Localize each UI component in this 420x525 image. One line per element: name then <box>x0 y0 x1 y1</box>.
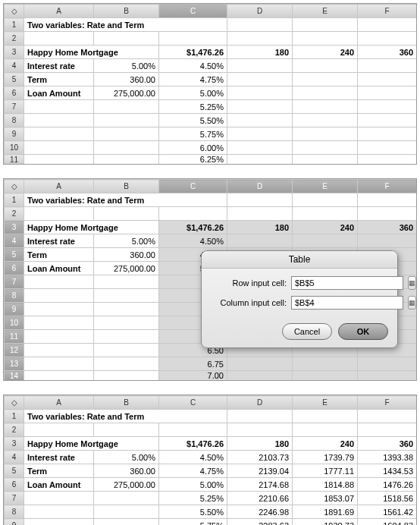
cell[interactable] <box>358 141 417 155</box>
cell[interactable]: 1604.83 <box>358 519 417 526</box>
cell[interactable] <box>24 492 94 505</box>
title-cell[interactable]: Two variables: Rate and Term <box>24 18 227 32</box>
cell[interactable] <box>94 141 159 155</box>
cell[interactable] <box>94 114 159 127</box>
row-header[interactable]: 8 <box>5 505 24 519</box>
row-header[interactable]: 2 <box>5 423 24 437</box>
col-header-B[interactable]: B <box>94 180 159 193</box>
cell[interactable] <box>293 155 358 165</box>
cell[interactable]: 5.00% <box>159 478 227 492</box>
cell[interactable]: 5.50% <box>159 505 227 519</box>
cell[interactable]: Interest rate <box>24 59 94 73</box>
cell[interactable] <box>24 505 94 519</box>
row-header[interactable]: 7 <box>5 100 24 114</box>
row-input-cell-field[interactable] <box>291 276 403 290</box>
cell[interactable] <box>358 234 417 248</box>
cell[interactable]: 2283.63 <box>227 519 293 526</box>
cell[interactable] <box>94 155 159 165</box>
col-header-D[interactable]: D <box>227 396 293 410</box>
cell[interactable] <box>94 371 159 381</box>
cell[interactable]: $1,476.26 <box>159 46 227 59</box>
cell[interactable]: 2246.98 <box>227 505 293 519</box>
cell[interactable]: 6.00% <box>159 141 227 155</box>
cell[interactable]: 1739.79 <box>293 451 358 464</box>
cell[interactable]: 275,000.00 <box>94 478 159 492</box>
title-cell[interactable]: Two variables: Rate and Term <box>24 193 227 207</box>
cell[interactable]: 5.75% <box>159 519 227 526</box>
cell[interactable]: 1930.73 <box>293 519 358 526</box>
col-header-B[interactable]: B <box>94 396 159 410</box>
row-header[interactable]: 6 <box>5 86 24 100</box>
row-header[interactable]: 3 <box>5 46 24 59</box>
cell[interactable] <box>94 505 159 519</box>
cell[interactable] <box>358 86 417 100</box>
cell[interactable]: 1853.07 <box>293 492 358 505</box>
row-header[interactable]: 3 <box>5 437 24 451</box>
cell[interactable] <box>24 344 94 357</box>
column-ref-picker-icon[interactable]: ▦ <box>408 296 416 310</box>
cell[interactable]: 7.00 <box>159 371 227 381</box>
cell[interactable] <box>24 141 94 155</box>
col-header-E[interactable]: E <box>293 5 358 18</box>
cell[interactable] <box>94 303 159 316</box>
row-header[interactable]: 1 <box>5 193 24 207</box>
cell[interactable] <box>24 155 94 165</box>
cell[interactable] <box>358 114 417 127</box>
cell[interactable] <box>227 73 293 86</box>
cell[interactable] <box>227 357 293 371</box>
cell[interactable] <box>227 371 293 381</box>
cell[interactable] <box>227 234 293 248</box>
cell[interactable] <box>24 303 94 316</box>
column-input-cell-field[interactable] <box>291 296 403 310</box>
cell[interactable]: 360 <box>358 221 417 234</box>
cell[interactable]: 5.75% <box>159 127 227 141</box>
cell[interactable] <box>293 59 358 73</box>
col-header-B[interactable]: B <box>94 5 159 18</box>
cell[interactable] <box>94 127 159 141</box>
col-header-E[interactable]: E <box>293 396 358 410</box>
cell[interactable]: 2139.04 <box>227 464 293 478</box>
cell[interactable]: 4.50% <box>159 451 227 464</box>
row-header[interactable]: 6 <box>5 478 24 492</box>
cell[interactable] <box>358 357 417 371</box>
row-header[interactable]: 11 <box>5 155 24 165</box>
cell[interactable] <box>24 127 94 141</box>
row-header[interactable]: 11 <box>5 330 24 344</box>
grid[interactable]: ◇ A B C D E F 1 Two variables: Rate and … <box>4 395 417 525</box>
cell[interactable]: 360 <box>358 46 417 59</box>
cell[interactable]: 180 <box>227 46 293 59</box>
row-header[interactable]: 10 <box>5 316 24 330</box>
cell[interactable] <box>293 100 358 114</box>
cell[interactable] <box>94 316 159 330</box>
cell[interactable]: 2103.73 <box>227 451 293 464</box>
cell[interactable]: 2210.66 <box>227 492 293 505</box>
cell[interactable]: 6.25% <box>159 155 227 165</box>
cell[interactable]: 1434.53 <box>358 464 417 478</box>
cell[interactable] <box>227 141 293 155</box>
row-header[interactable]: 6 <box>5 262 24 275</box>
cell[interactable]: 240 <box>293 437 358 451</box>
cell[interactable] <box>24 275 94 289</box>
grid[interactable]: ◇ A B C D E F 1 Two variables: Rate and … <box>4 4 417 164</box>
cell[interactable]: 5.25% <box>159 492 227 505</box>
col-header-E[interactable]: E <box>293 180 358 193</box>
cell[interactable] <box>24 371 94 381</box>
cell[interactable] <box>358 155 417 165</box>
cell[interactable] <box>293 114 358 127</box>
col-header-C[interactable]: C <box>159 396 227 410</box>
cell[interactable]: 180 <box>227 221 293 234</box>
cell[interactable]: Term <box>24 248 94 262</box>
cell[interactable]: Loan Amount <box>24 262 94 275</box>
cell[interactable] <box>358 59 417 73</box>
cell[interactable]: 1393.38 <box>358 451 417 464</box>
cell[interactable]: Interest rate <box>24 451 94 464</box>
cell[interactable]: 6.75 <box>159 357 227 371</box>
row-header[interactable]: 4 <box>5 451 24 464</box>
row-header[interactable]: 9 <box>5 127 24 141</box>
cell[interactable] <box>227 155 293 165</box>
cell[interactable]: 5.00% <box>94 451 159 464</box>
cell[interactable]: 1561.42 <box>358 505 417 519</box>
col-header-A[interactable]: A <box>24 180 94 193</box>
row-header[interactable]: 8 <box>5 114 24 127</box>
col-header-C[interactable]: C <box>159 180 227 193</box>
